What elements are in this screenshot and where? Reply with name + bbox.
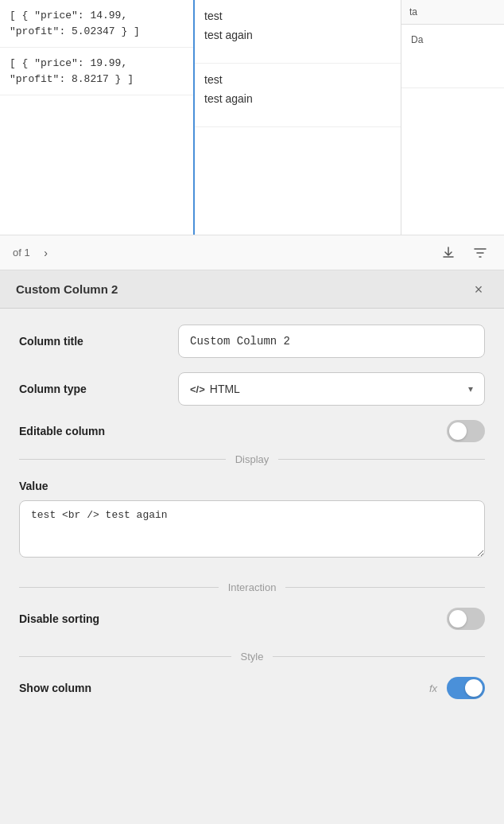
filter-btn[interactable] [469,242,491,264]
table-cell-left-1: [ { "price": 14.99, "profit": 5.02347 } … [0,0,193,48]
panel: Custom Column 2 × Column title Column ty… [0,270,504,824]
table-col-left: [ { "price": 14.99, "profit": 5.02347 } … [0,0,195,270]
style-divider-line-right [273,656,485,657]
pagination-text: of 1 [13,247,30,258]
right-header-2: Da [411,34,494,45]
table-col-right: ta Da [401,0,504,270]
disable-sorting-toggle-knob [449,610,467,628]
panel-title: Custom Column 2 [16,282,118,296]
interaction-divider: Interaction [19,581,485,593]
download-btn[interactable] [437,242,459,264]
value-textarea[interactable]: test <br /> test again [19,500,485,558]
column-title-input[interactable] [178,325,485,358]
fx-label: fx [429,682,437,694]
col-right-header-1: ta [401,0,504,25]
editable-column-label: Editable column [19,425,178,437]
divider-line-left [19,459,226,460]
value-label: Value [19,480,485,492]
column-title-input-wrap [178,325,485,358]
interaction-section-label: Interaction [228,581,277,593]
panel-body: Column title Column type </> HTML ▾ Edit… [0,309,504,729]
html-code-icon: </> [190,383,205,395]
display-section-label: Display [235,453,269,465]
panel-close-button[interactable]: × [469,280,488,299]
column-type-row: Column type </> HTML ▾ [19,372,485,406]
editable-column-toggle-knob [449,422,467,440]
divider-line-right [278,459,485,460]
column-type-label: Column type [19,383,178,395]
interaction-divider-line-right [285,587,485,588]
disable-sorting-toggle[interactable] [447,608,485,630]
column-type-select[interactable]: </> HTML ▾ [178,372,485,406]
style-divider: Style [19,651,485,663]
table-cell-left-2: [ { "price": 19.99, "profit": 8.8217 } ] [0,48,193,95]
column-type-select-wrap: </> HTML ▾ [178,372,485,406]
table-cell-mid-1: test test again [195,0,401,64]
column-type-display-left: </> HTML [190,383,240,395]
column-title-label: Column title [19,335,178,348]
interaction-divider-line-left [19,587,219,588]
editable-column-toggle[interactable] [447,420,485,442]
mid-cell-line-2b: test again [204,92,391,105]
disable-sorting-row: Disable sorting [19,608,485,630]
chevron-down-icon: ▾ [468,383,473,395]
show-column-toggle-knob [465,679,483,697]
cell-json-1: [ { "price": 14.99, "profit": 5.02347 } … [10,10,140,37]
style-divider-line-left [19,656,231,657]
show-column-row: Show column fx [19,677,485,699]
cell-json-2: [ { "price": 19.99, "profit": 8.8217 } ] [10,57,134,85]
show-column-label: Show column [19,682,178,694]
table-area: [ { "price": 14.99, "profit": 5.02347 } … [0,0,504,270]
mid-cell-line-1a: test [204,10,391,22]
mid-cell-line-1b: test again [204,29,391,41]
display-divider: Display [19,453,485,465]
pagination-next-btn[interactable]: › [37,243,56,262]
table-cell-right-1: Da [401,25,504,88]
table-col-mid: test test again test test again [195,0,401,270]
editable-column-row: Editable column [19,420,485,442]
mid-cell-line-2a: test [204,73,391,86]
show-column-right: fx [429,677,485,699]
pagination-bar: of 1 › [0,235,504,270]
style-section-label: Style [241,651,264,663]
table-cell-mid-2: test test again [195,64,401,127]
panel-header: Custom Column 2 × [0,270,504,309]
column-title-row: Column title [19,325,485,358]
value-textarea-wrap: test <br /> test again [19,500,485,561]
show-column-toggle[interactable] [447,677,485,699]
column-type-selected-value: HTML [210,383,240,395]
disable-sorting-label: Disable sorting [19,612,178,625]
